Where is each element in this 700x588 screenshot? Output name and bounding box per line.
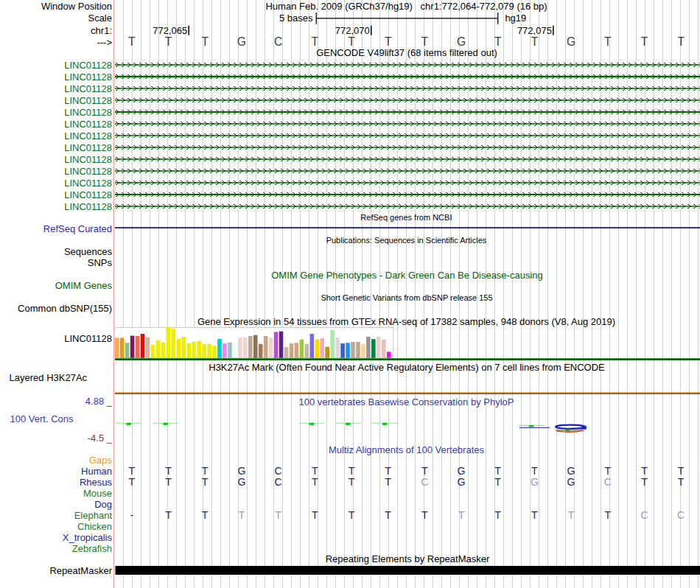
svg-text:T: T	[275, 509, 281, 521]
svg-text:LINC01128: LINC01128	[64, 83, 112, 94]
svg-text:Multiz Alignments of 100 Verte: Multiz Alignments of 100 Vertebrates	[329, 444, 485, 455]
svg-text:Scale: Scale	[88, 13, 112, 24]
svg-text:LINC01128: LINC01128	[64, 178, 112, 189]
svg-text:T: T	[312, 35, 319, 48]
svg-text:G: G	[531, 476, 539, 488]
svg-text:T: T	[678, 465, 685, 477]
svg-text:T: T	[349, 476, 355, 488]
svg-text:G: G	[457, 35, 466, 48]
svg-text:hg19: hg19	[505, 13, 526, 24]
svg-text:G: G	[567, 35, 575, 48]
svg-text:Gene Expression in 54 tissues: Gene Expression in 54 tissues from GTEx …	[197, 316, 615, 327]
svg-text:T: T	[312, 509, 318, 521]
svg-text:T: T	[604, 465, 611, 477]
svg-text:T: T	[312, 476, 318, 488]
svg-text:T: T	[349, 465, 355, 477]
svg-text:T: T	[165, 35, 172, 48]
svg-text:T: T	[128, 476, 135, 488]
svg-text:T: T	[385, 35, 392, 48]
svg-text:T: T	[165, 476, 172, 488]
svg-text:Short Genetic Variants from db: Short Genetic Variants from dbSNP releas…	[321, 293, 492, 302]
svg-text:772,075: 772,075	[517, 25, 552, 36]
svg-text:LINC01128: LINC01128	[64, 333, 112, 344]
svg-text:OMIM Genes: OMIM Genes	[55, 280, 113, 291]
svg-text:T: T	[421, 509, 428, 521]
svg-text:4.88 _: 4.88 _	[85, 396, 113, 407]
svg-text:-: -	[130, 509, 133, 521]
svg-text:T: T	[202, 509, 209, 521]
svg-text:T: T	[201, 35, 209, 48]
svg-text:T: T	[239, 509, 245, 521]
svg-text:T: T	[348, 35, 355, 48]
svg-text:T: T	[494, 509, 501, 521]
svg-text:Rhesus: Rhesus	[80, 477, 113, 488]
svg-text:Sequences: Sequences	[64, 246, 113, 257]
svg-text:Repeating Elements by RepeatMa: Repeating Elements by RepeatMasker	[326, 553, 490, 564]
svg-text:C: C	[604, 476, 612, 488]
svg-text:X_tropicalis: X_tropicalis	[63, 532, 113, 543]
svg-text:LINC01128: LINC01128	[64, 142, 112, 153]
svg-text:chr1:772,064-772,079 (16 bp): chr1:772,064-772,079 (16 bp)	[421, 1, 547, 12]
svg-text:Window Position: Window Position	[41, 1, 112, 12]
svg-text:772,065: 772,065	[153, 25, 187, 36]
svg-text:T: T	[494, 35, 502, 48]
svg-text:LINC01128: LINC01128	[64, 166, 112, 177]
svg-text:Layered H3K27Ac: Layered H3K27Ac	[10, 372, 88, 383]
svg-text:G: G	[567, 465, 575, 477]
svg-text:G: G	[237, 476, 245, 488]
svg-text:G: G	[567, 476, 575, 488]
svg-text:100 vertebrates Basewise Conse: 100 vertebrates Basewise Conservation by…	[299, 396, 514, 407]
svg-text:C: C	[421, 476, 428, 488]
svg-text:T: T	[568, 509, 575, 521]
svg-text:Human Feb. 2009 (GRCh37/hg19): Human Feb. 2009 (GRCh37/hg19)	[265, 1, 412, 12]
svg-text:LINC01128: LINC01128	[64, 130, 112, 141]
svg-text:T: T	[641, 465, 648, 477]
svg-text:C: C	[274, 476, 281, 488]
svg-text:T: T	[421, 35, 429, 48]
svg-text:T: T	[677, 35, 685, 48]
svg-text:Mouse: Mouse	[83, 488, 112, 499]
svg-text:Zebrafish: Zebrafish	[72, 543, 112, 554]
svg-text:-4.5 _: -4.5 _	[88, 433, 113, 444]
svg-text:T: T	[128, 35, 136, 48]
svg-text:T: T	[385, 465, 391, 477]
svg-text:Chicken: Chicken	[77, 521, 112, 532]
svg-text:T: T	[604, 509, 611, 521]
svg-text:772,070: 772,070	[335, 25, 370, 36]
svg-text:100 Vert. Cons: 100 Vert. Cons	[10, 413, 74, 424]
svg-text:Human: Human	[81, 466, 112, 477]
svg-text:RefSeq Curated: RefSeq Curated	[43, 223, 112, 234]
svg-text:T: T	[385, 509, 391, 521]
svg-text:T: T	[165, 509, 172, 521]
svg-text:T: T	[531, 509, 538, 521]
svg-text:T: T	[312, 465, 318, 477]
svg-text:LINC01128: LINC01128	[64, 189, 112, 200]
svg-text:RefSeq genes from NCBI: RefSeq genes from NCBI	[360, 213, 452, 222]
svg-text:T: T	[458, 509, 465, 521]
svg-text:LINC01128: LINC01128	[64, 60, 112, 71]
svg-text:T: T	[641, 35, 648, 48]
svg-text:T: T	[385, 476, 391, 488]
svg-text:T: T	[641, 476, 648, 488]
svg-text:C: C	[274, 35, 282, 48]
svg-text:SNPs: SNPs	[88, 257, 113, 268]
svg-text:LINC01128: LINC01128	[64, 95, 112, 106]
svg-text:G: G	[457, 476, 465, 488]
svg-text:LINC01128: LINC01128	[64, 119, 112, 130]
svg-text:LINC01128: LINC01128	[64, 71, 112, 83]
svg-text:T: T	[604, 35, 612, 48]
svg-text:--->: --->	[97, 37, 112, 48]
svg-text:T: T	[494, 476, 501, 488]
svg-text:5 bases: 5 bases	[279, 13, 313, 24]
svg-text:T: T	[349, 509, 355, 521]
svg-text:LINC01128: LINC01128	[64, 107, 112, 118]
svg-text:Publications: Sequences in Sci: Publications: Sequences in Scientific Ar…	[326, 236, 487, 245]
svg-text:LINC01128: LINC01128	[64, 154, 112, 165]
svg-text:T: T	[494, 465, 501, 477]
svg-text:chr1:: chr1:	[91, 25, 112, 36]
svg-text:C: C	[274, 465, 281, 477]
svg-text:G: G	[237, 35, 246, 48]
svg-text:G: G	[237, 465, 245, 477]
svg-text:LINC01128: LINC01128	[64, 201, 112, 212]
svg-text:RepeatMasker: RepeatMasker	[49, 565, 112, 576]
